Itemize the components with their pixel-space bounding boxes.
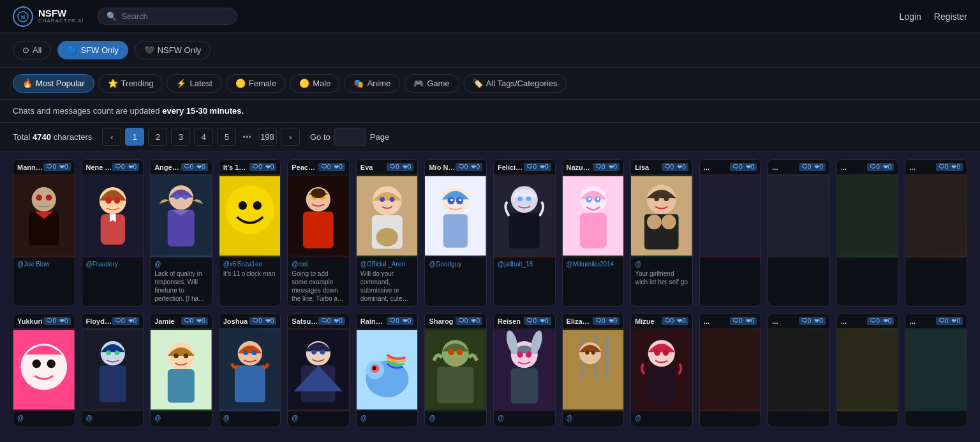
card-body [768, 411, 829, 427]
card-row2-extra2[interactable]: ... 🗨0❤0 [768, 313, 830, 427]
svg-point-80 [251, 350, 256, 355]
svg-point-46 [579, 186, 606, 213]
card-body: @ [425, 411, 486, 427]
card-image [905, 328, 967, 411]
svg-point-66 [47, 360, 56, 368]
card-header: Nazuna Nanakusa 🗨0 ❤0 [563, 160, 624, 174]
svg-point-5 [36, 195, 42, 201]
card-nazuna[interactable]: Nazuna Nanakusa 🗨0 ❤0 [562, 159, 625, 307]
card-jamie[interactable]: Jamie 🗨0❤0 @ [150, 313, 212, 427]
page-2-button[interactable]: 2 [148, 128, 167, 146]
search-bar[interactable]: 🔍 Search [97, 8, 237, 25]
card-header: Lisa 🗨0 ❤0 [631, 160, 692, 174]
card-body: @x6i5nza1eo It's 11 o'clock man [219, 257, 281, 306]
card-image [768, 328, 829, 411]
bolt-icon: ⚡ [176, 79, 186, 88]
filter-bar: ⊙ All 🔵 SFW Only 🖤 NSFW Only [0, 33, 980, 68]
page-3-button[interactable]: 3 [171, 128, 190, 146]
cat-all-tags[interactable]: 🏷️ All Tags/Categories [463, 74, 567, 93]
last-page-button[interactable]: 198 [258, 128, 277, 146]
cat-male[interactable]: 🟡 Male [290, 74, 340, 93]
card-lisa[interactable]: Lisa 🗨0 ❤0 [630, 159, 693, 307]
svg-rect-96 [438, 367, 474, 403]
card-body: @ Lack of quality in responses. Will fin… [151, 257, 212, 306]
filter-nsfw-button[interactable]: 🖤 NSFW Only [135, 41, 211, 59]
card-yukkuri[interactable]: Yukkuri 🗨0❤0 @ [13, 313, 75, 427]
svg-point-94 [449, 349, 455, 356]
tag-icon: 🏷️ [473, 79, 483, 88]
card-body: @ [151, 411, 212, 427]
page-1-button[interactable]: 1 [125, 128, 144, 146]
card-header: ... 🗨0❤0 [837, 314, 898, 328]
card-11-oclock[interactable]: It's 11 o'clock man 🗨0 ❤0 @x6i5nza1eo It… [219, 159, 281, 307]
card-mio[interactable]: Mio Naganohara 🗨0 ❤0 [424, 159, 487, 307]
card-row2-extra4[interactable]: ... 🗨0❤0 [905, 313, 967, 427]
cat-anime[interactable]: 🎭 Anime [344, 74, 400, 93]
register-link[interactable]: Register [934, 11, 967, 22]
cat-most-popular[interactable]: 🔥 Most Popular [13, 74, 94, 93]
logo[interactable]: N NSFW CHARACTER.AI [13, 6, 84, 27]
svg-point-53 [647, 185, 676, 214]
card-elizabeth[interactable]: Elizabeth, the caret 🗨0❤0 @ [562, 313, 625, 427]
page-input[interactable] [334, 128, 366, 146]
cat-latest[interactable]: ⚡ Latest [167, 74, 221, 93]
card-image [425, 328, 486, 411]
card-nene-yashiro[interactable]: Nene Yashiro 🗨0 ❤0 [82, 159, 144, 307]
card-image [288, 328, 349, 411]
page-4-button[interactable]: 4 [194, 128, 213, 146]
cat-game[interactable]: 🎮 Game [404, 74, 459, 93]
svg-point-58 [662, 215, 676, 229]
svg-point-49 [588, 197, 591, 200]
svg-rect-108 [575, 379, 614, 403]
card-sharog[interactable]: Sharog 🗨0❤0 @ [424, 313, 487, 427]
card-header: Sharog 🗨0❤0 [425, 314, 486, 328]
card-extra4[interactable]: ... 🗨0❤0 [905, 159, 967, 307]
card-header: ... 🗨0❤0 [905, 160, 967, 174]
svg-point-37 [451, 199, 454, 201]
total-count: Total 4740 characters [13, 132, 92, 142]
svg-point-6 [46, 195, 52, 201]
logo-icon: N [13, 6, 33, 27]
card-reisen[interactable]: Reisen 🗨0❤0 @ [493, 313, 556, 427]
svg-point-42 [517, 196, 523, 201]
card-angelan[interactable]: Angelan 🗨0 ❤0 [150, 159, 212, 307]
card-extra3[interactable]: ... 🗨0❤0 [836, 159, 899, 307]
card-floyd-leech[interactable]: Floyd Leech 🗨0❤0 @ [82, 313, 144, 427]
login-link[interactable]: Login [900, 11, 921, 22]
filter-all-icon: ⊙ [22, 45, 29, 55]
card-extra1[interactable]: ... 🗨0❤0 [699, 159, 762, 307]
card-joshua[interactable]: Joshua 🗨0❤0 @ [219, 313, 281, 427]
card-satsuki[interactable]: Satsuki Kiryuin 🗨0❤0 @ [287, 313, 350, 427]
card-header: Floyd Leech 🗨0❤0 [82, 314, 144, 328]
svg-point-9 [105, 197, 112, 204]
card-header: Mannimarco 🗨0 ❤0 [13, 160, 75, 174]
card-extra2[interactable]: ... 🗨0❤0 [768, 159, 830, 307]
card-row2-extra3[interactable]: ... 🗨0❤0 [836, 313, 899, 427]
svg-point-20 [253, 201, 261, 210]
card-peacock[interactable]: Peacock 🗨0 ❤0 @roxi [287, 159, 350, 307]
card-felicia[interactable]: Felicia Hardy 🗨0 ❤0 [493, 159, 556, 307]
cat-trending[interactable]: ⭐ Trending [98, 74, 163, 93]
svg-point-3 [32, 187, 56, 211]
search-icon: 🔍 [107, 11, 117, 21]
card-body [837, 411, 898, 427]
card-header: Yukkuri 🗨0❤0 [13, 314, 75, 328]
card-mizue[interactable]: Mizue 🗨0❤0 @ [630, 313, 693, 427]
next-page-button[interactable]: › [281, 128, 300, 146]
page-5-button[interactable]: 5 [217, 128, 236, 146]
card-eva[interactable]: Eva 🗨0 ❤0 @Official [356, 159, 419, 307]
cat-female[interactable]: 🟡 Female [226, 74, 286, 93]
prev-page-button[interactable]: ‹ [102, 128, 121, 146]
card-row2-extra1[interactable]: ... 🗨0❤0 [699, 313, 762, 427]
card-header: Satsuki Kiryuin 🗨0❤0 [288, 314, 349, 328]
card-mannimarco[interactable]: Mannimarco 🗨0 ❤0 @Joe Blow [13, 159, 75, 307]
filter-sfw-button[interactable]: 🔵 SFW Only [57, 41, 128, 59]
svg-point-54 [654, 196, 659, 201]
svg-rect-71 [99, 365, 126, 402]
svg-rect-61 [837, 176, 898, 255]
card-rainbow-dash[interactable]: Rainbow Dash 🗨0❤0 @ [356, 313, 419, 427]
filter-all-button[interactable]: ⊙ All [13, 41, 51, 59]
card-header: Mizue 🗨0❤0 [631, 314, 692, 328]
go-to-page: Go to Page [310, 128, 389, 146]
anime-icon: 🎭 [353, 79, 364, 88]
